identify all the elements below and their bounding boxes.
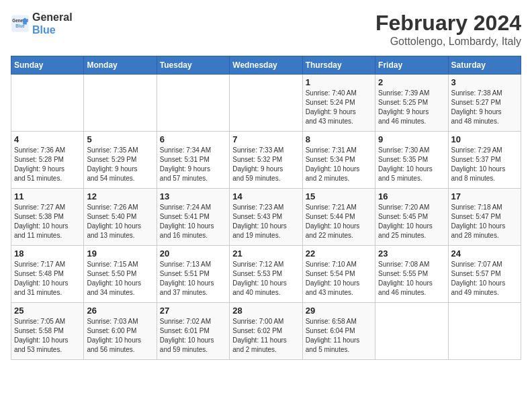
calendar-cell: 6Sunrise: 7:34 AMSunset: 5:31 PMDaylight… bbox=[157, 132, 229, 189]
calendar-cell: 8Sunrise: 7:31 AMSunset: 5:34 PMDaylight… bbox=[302, 132, 375, 189]
calendar-body: 1Sunrise: 7:40 AMSunset: 5:24 PMDaylight… bbox=[11, 75, 521, 360]
logo-blue: Blue bbox=[32, 24, 73, 36]
calendar-cell bbox=[84, 75, 157, 132]
day-number: 28 bbox=[232, 306, 299, 316]
day-number: 29 bbox=[306, 306, 372, 316]
calendar-cell bbox=[11, 75, 84, 132]
calendar-cell: 21Sunrise: 7:12 AMSunset: 5:53 PMDayligh… bbox=[230, 246, 302, 303]
calendar-cell: 16Sunrise: 7:20 AMSunset: 5:45 PMDayligh… bbox=[375, 189, 448, 246]
day-number: 27 bbox=[160, 306, 226, 316]
week-row-5: 25Sunrise: 7:05 AMSunset: 5:58 PMDayligh… bbox=[11, 303, 521, 360]
day-info: Sunrise: 7:38 AMSunset: 5:27 PMDaylight:… bbox=[451, 89, 518, 126]
day-number: 1 bbox=[306, 77, 372, 87]
calendar-cell: 27Sunrise: 7:02 AMSunset: 6:01 PMDayligh… bbox=[157, 303, 229, 360]
header-sunday: Sunday bbox=[11, 56, 84, 75]
header-row: SundayMondayTuesdayWednesdayThursdayFrid… bbox=[11, 56, 521, 75]
day-number: 9 bbox=[378, 134, 445, 144]
calendar-cell bbox=[448, 303, 521, 360]
week-row-4: 18Sunrise: 7:17 AMSunset: 5:48 PMDayligh… bbox=[11, 246, 521, 303]
header-friday: Friday bbox=[375, 56, 448, 75]
day-number: 14 bbox=[232, 191, 299, 201]
header-thursday: Thursday bbox=[302, 56, 375, 75]
day-info: Sunrise: 7:23 AMSunset: 5:43 PMDaylight:… bbox=[232, 203, 299, 240]
calendar-cell: 10Sunrise: 7:29 AMSunset: 5:37 PMDayligh… bbox=[448, 132, 521, 189]
header-saturday: Saturday bbox=[448, 56, 521, 75]
calendar-cell: 13Sunrise: 7:24 AMSunset: 5:41 PMDayligh… bbox=[157, 189, 229, 246]
calendar-cell: 22Sunrise: 7:10 AMSunset: 5:54 PMDayligh… bbox=[302, 246, 375, 303]
day-number: 20 bbox=[160, 248, 226, 259]
day-number: 19 bbox=[87, 248, 153, 259]
day-info: Sunrise: 7:05 AMSunset: 5:58 PMDaylight:… bbox=[14, 317, 81, 355]
month-year-title: February 2024 bbox=[375, 11, 521, 36]
calendar-cell: 26Sunrise: 7:03 AMSunset: 6:00 PMDayligh… bbox=[84, 303, 157, 360]
day-info: Sunrise: 7:20 AMSunset: 5:45 PMDaylight:… bbox=[378, 203, 445, 240]
day-info: Sunrise: 7:02 AMSunset: 6:01 PMDaylight:… bbox=[160, 317, 226, 355]
calendar-cell bbox=[375, 303, 448, 360]
day-number: 26 bbox=[87, 306, 153, 316]
day-info: Sunrise: 7:24 AMSunset: 5:41 PMDaylight:… bbox=[160, 203, 226, 240]
calendar-cell: 28Sunrise: 7:00 AMSunset: 6:02 PMDayligh… bbox=[230, 303, 302, 360]
day-info: Sunrise: 6:58 AMSunset: 6:04 PMDaylight:… bbox=[306, 317, 372, 355]
day-info: Sunrise: 7:10 AMSunset: 5:54 PMDaylight:… bbox=[306, 260, 372, 298]
calendar-cell: 2Sunrise: 7:39 AMSunset: 5:25 PMDaylight… bbox=[375, 75, 448, 132]
day-number: 6 bbox=[160, 134, 226, 144]
day-info: Sunrise: 7:34 AMSunset: 5:31 PMDaylight:… bbox=[160, 146, 226, 183]
day-number: 3 bbox=[451, 77, 518, 87]
day-info: Sunrise: 7:29 AMSunset: 5:37 PMDaylight:… bbox=[451, 146, 518, 183]
header-monday: Monday bbox=[84, 56, 157, 75]
calendar-cell: 14Sunrise: 7:23 AMSunset: 5:43 PMDayligh… bbox=[230, 189, 302, 246]
day-info: Sunrise: 7:39 AMSunset: 5:25 PMDaylight:… bbox=[378, 89, 445, 126]
header-wednesday: Wednesday bbox=[230, 56, 302, 75]
logo: General Blue General Blue bbox=[11, 11, 73, 36]
day-info: Sunrise: 7:17 AMSunset: 5:48 PMDaylight:… bbox=[14, 260, 81, 298]
day-info: Sunrise: 7:33 AMSunset: 5:32 PMDaylight:… bbox=[232, 146, 299, 183]
calendar-cell: 9Sunrise: 7:30 AMSunset: 5:35 PMDaylight… bbox=[375, 132, 448, 189]
day-number: 18 bbox=[14, 248, 81, 259]
day-info: Sunrise: 7:36 AMSunset: 5:28 PMDaylight:… bbox=[14, 146, 81, 183]
day-info: Sunrise: 7:30 AMSunset: 5:35 PMDaylight:… bbox=[378, 146, 445, 183]
day-number: 16 bbox=[378, 191, 445, 201]
day-info: Sunrise: 7:21 AMSunset: 5:44 PMDaylight:… bbox=[306, 203, 372, 240]
day-number: 22 bbox=[306, 248, 372, 259]
day-number: 7 bbox=[232, 134, 299, 144]
location-subtitle: Gottolengo, Lombardy, Italy bbox=[375, 36, 521, 48]
day-number: 4 bbox=[14, 134, 81, 144]
day-number: 12 bbox=[87, 191, 153, 201]
calendar-cell: 12Sunrise: 7:26 AMSunset: 5:40 PMDayligh… bbox=[84, 189, 157, 246]
calendar-cell: 3Sunrise: 7:38 AMSunset: 5:27 PMDaylight… bbox=[448, 75, 521, 132]
calendar-table: SundayMondayTuesdayWednesdayThursdayFrid… bbox=[11, 56, 521, 360]
header-tuesday: Tuesday bbox=[157, 56, 229, 75]
day-number: 21 bbox=[232, 248, 299, 259]
calendar-cell: 25Sunrise: 7:05 AMSunset: 5:58 PMDayligh… bbox=[11, 303, 84, 360]
week-row-3: 11Sunrise: 7:27 AMSunset: 5:38 PMDayligh… bbox=[11, 189, 521, 246]
calendar-cell bbox=[157, 75, 229, 132]
calendar-cell: 19Sunrise: 7:15 AMSunset: 5:50 PMDayligh… bbox=[84, 246, 157, 303]
day-number: 13 bbox=[160, 191, 226, 201]
calendar-cell: 4Sunrise: 7:36 AMSunset: 5:28 PMDaylight… bbox=[11, 132, 84, 189]
day-info: Sunrise: 7:15 AMSunset: 5:50 PMDaylight:… bbox=[87, 260, 153, 298]
day-number: 25 bbox=[14, 306, 81, 316]
day-info: Sunrise: 7:26 AMSunset: 5:40 PMDaylight:… bbox=[87, 203, 153, 240]
day-info: Sunrise: 7:13 AMSunset: 5:51 PMDaylight:… bbox=[160, 260, 226, 298]
calendar-cell: 11Sunrise: 7:27 AMSunset: 5:38 PMDayligh… bbox=[11, 189, 84, 246]
calendar-cell: 29Sunrise: 6:58 AMSunset: 6:04 PMDayligh… bbox=[302, 303, 375, 360]
calendar-cell: 18Sunrise: 7:17 AMSunset: 5:48 PMDayligh… bbox=[11, 246, 84, 303]
calendar-cell: 23Sunrise: 7:08 AMSunset: 5:55 PMDayligh… bbox=[375, 246, 448, 303]
logo-general: General bbox=[32, 11, 73, 24]
day-number: 11 bbox=[14, 191, 81, 201]
day-info: Sunrise: 7:07 AMSunset: 5:57 PMDaylight:… bbox=[451, 260, 518, 298]
week-row-2: 4Sunrise: 7:36 AMSunset: 5:28 PMDaylight… bbox=[11, 132, 521, 189]
calendar-cell: 20Sunrise: 7:13 AMSunset: 5:51 PMDayligh… bbox=[157, 246, 229, 303]
day-info: Sunrise: 7:27 AMSunset: 5:38 PMDaylight:… bbox=[14, 203, 81, 240]
calendar-cell: 7Sunrise: 7:33 AMSunset: 5:32 PMDaylight… bbox=[230, 132, 302, 189]
day-number: 5 bbox=[87, 134, 153, 144]
day-number: 17 bbox=[451, 191, 518, 201]
calendar-cell: 24Sunrise: 7:07 AMSunset: 5:57 PMDayligh… bbox=[448, 246, 521, 303]
calendar-header: SundayMondayTuesdayWednesdayThursdayFrid… bbox=[11, 56, 521, 75]
day-info: Sunrise: 7:31 AMSunset: 5:34 PMDaylight:… bbox=[306, 146, 372, 183]
page-header: General Blue General Blue February 2024 … bbox=[11, 11, 521, 48]
day-number: 15 bbox=[306, 191, 372, 201]
day-number: 2 bbox=[378, 77, 445, 87]
day-info: Sunrise: 7:00 AMSunset: 6:02 PMDaylight:… bbox=[232, 317, 299, 355]
day-info: Sunrise: 7:08 AMSunset: 5:55 PMDaylight:… bbox=[378, 260, 445, 298]
